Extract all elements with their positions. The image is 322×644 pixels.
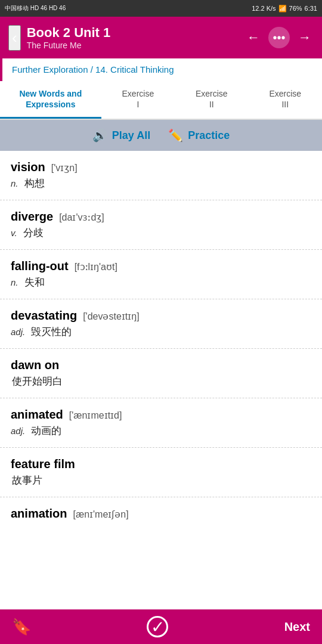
play-all-button[interactable]: 🔊 Play All: [92, 128, 150, 143]
header-title-area: Book 2 Unit 1 The Future Me: [21, 25, 244, 50]
tab-exercise-2[interactable]: ExerciseII: [175, 81, 248, 119]
word-animated-phonetic: ['ænɪmeɪtɪd]: [69, 410, 122, 421]
word-animation: animation: [11, 507, 67, 521]
word-dawn-on: dawn on: [11, 358, 59, 372]
practice-icon: ✏️: [168, 128, 183, 143]
word-feature-film-meaning: 故事片: [12, 473, 42, 487]
bookmark-icon[interactable]: 🔖: [12, 618, 31, 636]
practice-button[interactable]: ✏️ Practice: [168, 128, 230, 143]
word-vision-pos: n.: [11, 178, 18, 188]
tab-exercise-3-label: ExerciseIII: [269, 88, 301, 110]
back-button[interactable]: ‹: [8, 25, 21, 51]
next-button[interactable]: →: [296, 27, 314, 48]
word-vision: vision: [11, 160, 45, 174]
word-falling-out: falling-out: [11, 259, 69, 273]
book-unit-title: Book 2 Unit 1: [27, 25, 244, 41]
prev-button[interactable]: ←: [244, 27, 262, 48]
tab-bar: New Words andExpressions ExerciseI Exerc…: [0, 81, 322, 120]
word-item-animated[interactable]: animated ['ænɪmeɪtɪd] adj. 动画的: [0, 398, 322, 448]
bottom-bar: 🔖 ✓ Next: [0, 609, 322, 644]
breadcrumb: Further Exploration / 14. Critical Think…: [0, 58, 322, 81]
more-icon: •••: [273, 31, 285, 45]
unit-subtitle: The Future Me: [27, 41, 244, 50]
word-falling-out-phonetic: [fɔːlɪŋ'aʊt]: [75, 261, 117, 273]
action-bar: 🔊 Play All ✏️ Practice: [0, 120, 322, 151]
status-bar: 中国移动 HD 46 HD 46 12.2 K/s 📶 76% 6:31: [0, 0, 322, 17]
word-animated-meaning: 动画的: [31, 424, 61, 438]
word-diverge: diverge: [11, 210, 53, 224]
tab-exercise-1[interactable]: ExerciseI: [101, 81, 175, 119]
network-speed: 12.2 K/s: [252, 5, 275, 12]
word-devastating-meaning: 毁灭性的: [31, 325, 72, 339]
word-item-falling-out[interactable]: falling-out [fɔːlɪŋ'aʊt] n. 失和: [0, 250, 322, 299]
word-item-vision[interactable]: vision ['vɪʒn] n. 构想: [0, 151, 322, 200]
play-icon: 🔊: [92, 128, 107, 143]
header-actions: ← ••• →: [244, 27, 314, 48]
word-item-devastating[interactable]: devastating ['devəsteɪtɪŋ] adj. 毁灭性的: [0, 299, 322, 349]
breadcrumb-text: Further Exploration / 14. Critical Think…: [12, 64, 174, 75]
word-devastating-phonetic: ['devəsteɪtɪŋ]: [83, 311, 139, 322]
check-circle-icon[interactable]: ✓: [147, 616, 168, 637]
word-item-feature-film[interactable]: feature film 故事片: [0, 448, 322, 497]
play-all-label: Play All: [112, 129, 150, 142]
tab-new-words[interactable]: New Words andExpressions: [0, 81, 101, 119]
next-page-button[interactable]: Next: [284, 620, 310, 634]
tab-exercise-2-label: ExerciseII: [196, 88, 228, 110]
word-diverge-meaning: 分歧: [23, 226, 44, 240]
word-animation-phonetic: [ænɪ'meɪʃən]: [73, 509, 128, 520]
word-animated-pos: adj.: [11, 426, 25, 436]
word-dawn-on-meaning: 使开始明白: [12, 374, 63, 388]
word-falling-out-meaning: 失和: [24, 275, 45, 289]
word-diverge-phonetic: [daɪ'vɜːdʒ]: [59, 212, 104, 223]
status-left: 中国移动 HD 46 HD 46: [5, 4, 66, 13]
word-devastating-pos: adj.: [11, 327, 25, 337]
signal-icon: 📶: [278, 5, 287, 13]
battery-text: 76%: [289, 5, 302, 12]
more-button[interactable]: •••: [268, 27, 290, 48]
word-list: vision ['vɪʒn] n. 构想 diverge [daɪ'vɜːdʒ]…: [0, 151, 322, 571]
status-right: 12.2 K/s 📶 76% 6:31: [252, 5, 317, 13]
app-header: ‹ Book 2 Unit 1 The Future Me ← ••• →: [0, 17, 322, 58]
word-vision-phonetic: ['vɪʒn]: [51, 162, 78, 174]
carrier-text: 中国移动 HD 46 HD 46: [5, 4, 66, 13]
word-animated: animated: [11, 408, 63, 422]
word-devastating: devastating: [11, 309, 77, 323]
time-display: 6:31: [305, 5, 317, 12]
check-icon: ✓: [151, 617, 165, 637]
tab-new-words-label: New Words andExpressions: [19, 88, 82, 110]
word-item-dawn-on[interactable]: dawn on 使开始明白: [0, 349, 322, 398]
word-diverge-pos: v.: [11, 228, 17, 238]
word-item-animation[interactable]: animation [ænɪ'meɪʃən]: [0, 497, 322, 571]
practice-label: Practice: [188, 129, 230, 142]
word-item-diverge[interactable]: diverge [daɪ'vɜːdʒ] v. 分歧: [0, 200, 322, 250]
word-vision-meaning: 构想: [24, 177, 45, 190]
tab-exercise-1-label: ExerciseI: [122, 88, 154, 110]
word-feature-film: feature film: [11, 457, 75, 471]
word-falling-out-pos: n.: [11, 277, 18, 287]
tab-exercise-3[interactable]: ExerciseIII: [249, 81, 322, 119]
